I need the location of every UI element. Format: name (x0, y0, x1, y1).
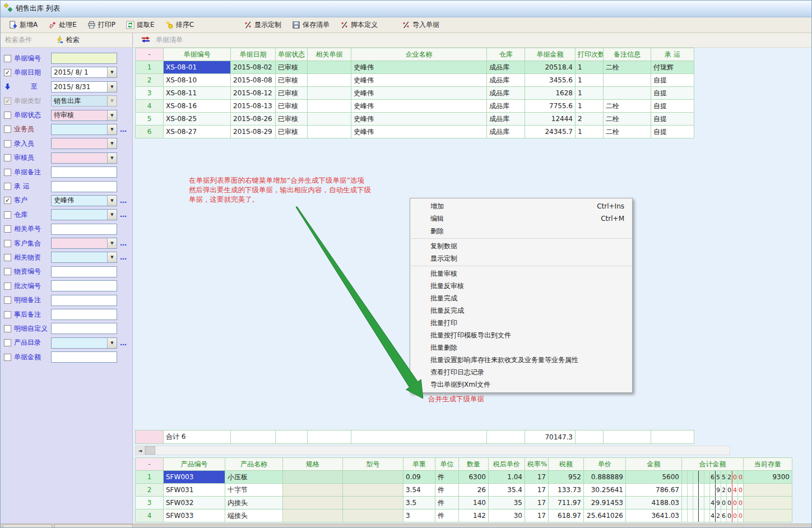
checkbox-warehouse[interactable] (4, 211, 11, 219)
toolbar-button-8[interactable]: 脚本定义 (337, 19, 381, 31)
dropdown-arrow-icon[interactable]: ▼ (107, 196, 117, 206)
dropdown-arrow-icon[interactable]: ▼ (107, 252, 117, 262)
menu-item[interactable]: 批量反审核 (410, 280, 632, 292)
details-row-SFW032[interactable]: 3SFW032内接头3.5件1403517711.9729.914534188.… (136, 497, 792, 510)
menu-item[interactable]: 显示定制 (410, 252, 632, 265)
dropdown-arrow-icon[interactable]: ▼ (107, 67, 117, 77)
checkbox-detail-note[interactable] (4, 297, 11, 304)
checkbox-detail-custom[interactable] (4, 325, 11, 332)
orders-row-XS-08-16[interactable]: 4XS-08-162015-08-13已审核史峰伟成品库7755.61二栓自提 (136, 100, 694, 113)
dropdown-arrow-icon[interactable]: ▼ (107, 110, 117, 121)
orders-row-XS-08-27[interactable]: 6XS-08-272015-08-29已审核史峰伟成品库24345.71二栓自提 (136, 126, 694, 138)
horizontal-scrollbar[interactable]: ◄ (135, 446, 730, 455)
pending-menu-item[interactable]: 合并生成下级单据 (428, 395, 484, 404)
checkbox-batch-no[interactable] (4, 282, 11, 290)
checkbox-doc-note[interactable] (4, 169, 11, 176)
toolbar-button-9[interactable]: 导入单据 (399, 19, 442, 31)
input-material-no[interactable] (51, 266, 117, 277)
checkbox-doc-status[interactable] (4, 112, 11, 119)
dropdown-arrow-icon[interactable]: ▼ (107, 138, 117, 149)
toolbar-button-5[interactable]: 排序C (163, 19, 197, 31)
dropdown-arrow-icon[interactable]: ▼ (107, 210, 117, 220)
input-doc-amount[interactable] (51, 351, 117, 363)
checkbox-doc-date[interactable]: ✓ (4, 69, 11, 76)
bottom-tab[interactable] (54, 524, 133, 527)
search-button[interactable]: 检索 (55, 35, 80, 45)
dropdown-arrow-icon[interactable]: ▼ (107, 96, 117, 106)
menu-item[interactable]: 导出单据到Xml文件 (410, 378, 632, 391)
checkbox-salesman[interactable] (4, 126, 11, 133)
toolbar-button-3[interactable]: 打印P (85, 19, 118, 31)
dropdown-arrow-icon[interactable]: ▼ (107, 338, 117, 348)
browse-button-product-catalog[interactable]: … (120, 339, 127, 347)
dropdown-arrow-icon[interactable]: ▼ (107, 153, 117, 163)
dropdown-arrow-icon[interactable]: ▼ (107, 124, 117, 135)
browse-button-related-material[interactable]: … (120, 253, 127, 261)
dropdown-doc-status[interactable]: 待审核▼ (51, 110, 117, 121)
details-row-SFW031[interactable]: 2SFW031十字节3.54件2635.417133.7330.25641786… (136, 484, 792, 497)
menu-item[interactable]: 删除 (410, 225, 632, 237)
input-detail-note[interactable] (51, 295, 117, 306)
orders-row-XS-08-25[interactable]: 5XS-08-252015-08-26已审核史峰伟成品库124442二栓自提 (136, 113, 694, 126)
checkbox-related-material[interactable] (4, 254, 11, 261)
orders-row-XS-08-11[interactable]: 3XS-08-112015-08-12已审核史峰伟成品库16281自提 (136, 87, 694, 100)
checkbox-doc-type[interactable]: ✓ (4, 98, 11, 105)
checkbox-material-no[interactable] (4, 268, 11, 275)
input-related-no[interactable] (51, 224, 117, 235)
checkbox-related-no[interactable] (4, 225, 11, 233)
checkbox-doc-no[interactable] (4, 55, 11, 62)
dropdown-salesman[interactable]: ▼ (51, 124, 117, 135)
menu-item[interactable]: 复制数据 (410, 240, 632, 252)
dropdown-customer[interactable]: 史峰伟▼ (51, 195, 117, 206)
menu-item[interactable]: 批量设置影响库存往来款收支及业务量等业务属性 (410, 354, 632, 366)
toolbar-button-6[interactable]: 显示定制 (241, 19, 284, 31)
checkbox-customer-set[interactable] (4, 240, 11, 247)
dropdown-related-material[interactable]: ▼ (51, 252, 117, 263)
menu-item[interactable]: 批量审核 (410, 267, 632, 280)
toolbar-button-4[interactable]: 提取E (123, 19, 157, 31)
dropdown-date-to[interactable]: 2015/ 8/31▼ (51, 81, 117, 92)
dropdown-doc-date[interactable]: 2015/ 8/ 1▼ (51, 67, 117, 78)
toolbar-button-7[interactable]: 保存清单 (289, 19, 332, 31)
input-doc-no[interactable] (51, 53, 117, 64)
orders-row-XS-08-01[interactable]: 1XS-08-012015-08-02已审核史峰伟成品库20518.41二栓付珑… (136, 61, 694, 74)
menu-item[interactable]: 增加Ctrl+Ins (410, 200, 632, 212)
dropdown-arrow-icon[interactable]: ▼ (107, 238, 117, 248)
dropdown-auditor[interactable]: ▼ (51, 152, 117, 164)
checkbox-entry-clerk[interactable] (4, 140, 11, 147)
scroll-left-button[interactable]: ◄ (136, 446, 145, 455)
menu-item[interactable]: 批量反完成 (410, 304, 632, 317)
browse-button-salesman[interactable]: … (120, 126, 127, 133)
browse-button-customer-set[interactable]: … (120, 239, 127, 247)
input-carrier[interactable] (51, 181, 117, 192)
menu-item[interactable]: 编辑Ctrl+M (410, 212, 632, 225)
menu-item[interactable]: 查看打印日志记录 (410, 366, 632, 378)
checkbox-post-note[interactable] (4, 311, 11, 318)
details-row-SFW033[interactable]: 4SFW033端接头3件1423017618.9725.6410263641.0… (136, 510, 792, 522)
checkbox-carrier[interactable] (4, 183, 11, 190)
dropdown-product-catalog[interactable]: ▼ (51, 337, 117, 349)
browse-button-customer[interactable]: … (120, 197, 127, 205)
details-row-SFW003[interactable]: 1SFW003小压板0.09件63001.04179520.8888895600… (136, 471, 792, 484)
checkbox-product-catalog[interactable] (4, 339, 11, 346)
bottom-tab[interactable] (3, 524, 52, 527)
checkbox-auditor[interactable] (4, 154, 11, 161)
dropdown-entry-clerk[interactable]: ▼ (51, 138, 117, 149)
input-detail-custom[interactable] (51, 323, 117, 334)
menu-item[interactable]: 批量按打印模板导出到文件 (410, 329, 632, 341)
checkbox-doc-amount[interactable] (4, 354, 11, 361)
dropdown-warehouse[interactable]: ▼ (51, 209, 117, 220)
toolbar-button-1[interactable]: 新增A (6, 19, 40, 31)
input-post-note[interactable] (51, 309, 117, 320)
menu-item[interactable]: 批量打印 (410, 317, 632, 329)
dropdown-customer-set[interactable]: ▼ (51, 238, 117, 249)
scrollbar-thumb[interactable] (145, 446, 155, 455)
dropdown-doc-type[interactable]: 销售出库▼ (51, 95, 117, 106)
dropdown-arrow-icon[interactable]: ▼ (107, 82, 117, 92)
input-batch-no[interactable] (51, 280, 117, 291)
menu-item[interactable]: 批量完成 (410, 292, 632, 304)
orders-row-XS-08-10[interactable]: 2XS-08-102015-08-08已审核史峰伟成品库3455.61自提 (136, 74, 694, 87)
input-doc-note[interactable] (51, 166, 117, 178)
browse-button-warehouse[interactable]: … (120, 211, 127, 219)
menu-item[interactable]: 批量删除 (410, 341, 632, 354)
